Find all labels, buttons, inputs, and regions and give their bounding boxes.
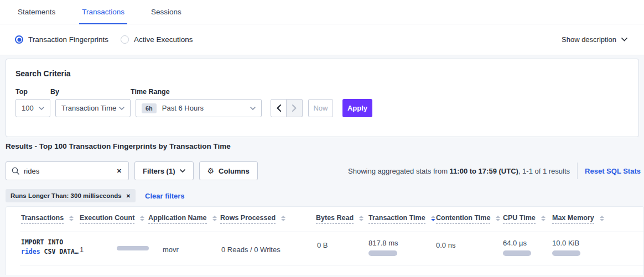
sort-icon[interactable] [212, 216, 217, 221]
rows-processed-value: 0 Reads / 0 Writes [221, 245, 281, 254]
radio-selected-icon [15, 35, 23, 44]
aggregated-stats-text: Showing aggregated stats from 11:00 to 1… [348, 167, 570, 175]
show-description-label: Show description [562, 35, 616, 44]
header-divider [20, 232, 643, 232]
active-filters-row: Runs Longer Than: 300 milliseconds ✕ Cle… [6, 189, 185, 202]
time-range-select[interactable]: 6h Past 6 Hours [136, 99, 262, 117]
view-toggle-bar: Transaction Fingerprints Active Executio… [0, 24, 644, 55]
search-criteria-card: Search Criteria Top 100 By Transaction T… [6, 59, 639, 137]
vertical-divider [577, 163, 578, 179]
column-header-transaction-time[interactable]: Transaction Time [368, 214, 435, 224]
by-select[interactable]: Transaction Time [55, 99, 131, 117]
radio-transaction-fingerprints[interactable]: Transaction Fingerprints [15, 35, 108, 44]
gear-icon: ⚙ [207, 167, 215, 175]
radio-label: Transaction Fingerprints [28, 35, 108, 44]
column-header-application-name[interactable]: Application Name [148, 214, 217, 224]
previous-time-window-button[interactable] [271, 99, 287, 117]
max-memory-value: 10.0 KiB [552, 239, 580, 247]
by-select-value: Transaction Time [61, 104, 116, 112]
column-header-cpu-time[interactable]: CPU Time [503, 214, 546, 224]
columns-button[interactable]: ⚙ Columns [199, 161, 258, 180]
now-button[interactable]: Now [308, 99, 333, 117]
top-field: Top 100 [15, 88, 50, 117]
cpu-time-bar [503, 250, 531, 256]
search-input[interactable] [24, 167, 115, 175]
apply-button[interactable]: Apply [342, 99, 372, 117]
reset-sql-stats-link[interactable]: Reset SQL Stats [585, 167, 641, 175]
sort-icon[interactable] [69, 216, 74, 221]
max-memory-bar [552, 250, 580, 256]
transaction-time-bar [368, 250, 397, 256]
by-field: By Transaction Time [50, 88, 131, 117]
column-header-bytes-read[interactable]: Bytes Read [316, 214, 363, 224]
radio-active-executions[interactable]: Active Executions [121, 35, 193, 44]
chevron-right-icon [292, 104, 297, 112]
columns-button-label: Columns [219, 167, 250, 175]
cpu-time-cell: 64.0 µs [503, 239, 531, 256]
filters-button-label: Filters (1) [143, 167, 175, 175]
results-heading: Results - Top 100 Transaction Fingerprin… [6, 142, 231, 150]
tab-statements[interactable]: Statements [15, 0, 58, 24]
aggregated-stats-row: Showing aggregated stats from 11:00 to 1… [348, 161, 641, 180]
results-controls: ✕ Filters (1) ⚙ Columns [6, 161, 258, 180]
remove-filter-icon[interactable]: ✕ [126, 193, 131, 199]
column-header-execution-count[interactable]: Execution Count [80, 214, 144, 224]
tab-sessions[interactable]: Sessions [148, 0, 184, 24]
top-select[interactable]: 100 [15, 99, 50, 117]
search-criteria-title: Search Criteria [15, 69, 638, 78]
time-range-field: Time Range 6h Past 6 Hours [131, 88, 262, 117]
column-header-rows-processed[interactable]: Rows Processed [220, 214, 285, 224]
search-icon [12, 167, 19, 175]
transaction-time-value: 817.8 ms [368, 239, 398, 247]
radio-label: Active Executions [134, 35, 193, 44]
sort-icon[interactable] [600, 216, 604, 221]
bytes-read-value: 0 B [317, 241, 328, 249]
sort-icon[interactable] [140, 216, 144, 221]
sort-icon[interactable] [359, 216, 363, 221]
transaction-fingerprint-link[interactable]: IMPORT INTO rides CSV DATA… [21, 238, 79, 257]
chevron-down-icon [621, 38, 627, 41]
chevron-down-icon [119, 107, 124, 110]
chevron-down-icon [250, 107, 256, 110]
show-description-toggle[interactable]: Show description [562, 35, 627, 44]
filters-button[interactable]: Filters (1) [134, 161, 194, 180]
contention-time-value: 0.0 ns [436, 241, 455, 249]
execution-count-bar [117, 246, 149, 250]
column-header-transactions[interactable]: Transactions [21, 214, 74, 224]
tab-transactions[interactable]: Transactions [79, 0, 127, 24]
column-header-contention-time[interactable]: Contention Time [436, 214, 500, 224]
radio-unselected-icon [121, 35, 129, 44]
execution-count-value: 1 [80, 245, 84, 254]
top-tab-bar: Statements Transactions Sessions [0, 0, 644, 24]
row-divider [20, 265, 643, 265]
sort-icon[interactable] [541, 216, 546, 221]
time-range-value: Past 6 Hours [162, 104, 204, 112]
results-table: Transactions Execution Count Application… [6, 206, 644, 275]
sort-desc-icon[interactable] [431, 216, 435, 221]
transactions-page: Statements Transactions Sessions Transac… [0, 0, 644, 277]
chevron-down-icon [180, 169, 185, 173]
top-label: Top [15, 88, 50, 96]
cpu-time-value: 64.0 µs [503, 239, 531, 247]
clear-search-icon[interactable]: ✕ [115, 166, 124, 176]
max-memory-cell: 10.0 KiB [552, 239, 580, 256]
chevron-left-icon [277, 104, 281, 112]
top-select-value: 100 [22, 104, 34, 112]
time-window-arrows [271, 99, 303, 117]
column-header-max-memory[interactable]: Max Memory [552, 214, 604, 224]
application-name-value: movr [163, 245, 179, 254]
clear-filters-link[interactable]: Clear filters [145, 192, 185, 200]
time-range-label: Time Range [131, 88, 262, 96]
transaction-time-cell: 817.8 ms [368, 239, 398, 256]
sort-icon[interactable] [281, 216, 285, 221]
next-time-window-button[interactable] [287, 99, 303, 117]
filter-chip: Runs Longer Than: 300 milliseconds ✕ [6, 189, 136, 202]
results-search-box[interactable]: ✕ [6, 161, 129, 180]
sort-icon[interactable] [496, 216, 500, 221]
chevron-down-icon [39, 107, 44, 110]
search-match-highlight: rides [21, 248, 40, 255]
time-range-badge: 6h [142, 103, 157, 113]
filter-chip-label: Runs Longer Than: 300 milliseconds [11, 192, 122, 199]
by-label: By [50, 88, 131, 96]
